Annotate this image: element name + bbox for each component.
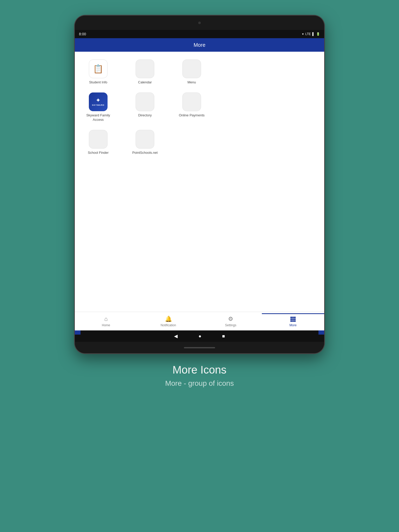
back-button[interactable]: ◀ — [174, 333, 178, 339]
tablet-top-bar — [75, 16, 324, 30]
svg-rect-5 — [294, 318, 296, 320]
more-nav-icon — [290, 316, 296, 322]
app-item-pointschools[interactable]: PointSchools.net — [129, 130, 161, 155]
main-content: Student Info Calendar Menu ✦ — [75, 52, 324, 312]
battery-icon: 🔋 — [316, 32, 320, 36]
nav-item-more[interactable]: More — [262, 313, 324, 329]
svg-rect-7 — [292, 320, 294, 322]
app-header: More — [75, 38, 324, 52]
page-title: More — [194, 42, 205, 48]
svg-rect-4 — [292, 318, 294, 320]
settings-nav-icon: ⚙ — [228, 316, 233, 322]
status-icons: ▾ LTE ▌ 🔋 — [302, 32, 320, 36]
calendar-icon — [136, 59, 154, 78]
online-payments-label: Online Payments — [179, 113, 205, 118]
app-item-skyward[interactable]: ✦ SKYWARD Skyward FamilyAccess — [83, 92, 114, 122]
bottom-nav: ⌂ Home 🔔 Notification ⚙ Settings — [75, 312, 324, 330]
lte-label: LTE — [305, 32, 311, 36]
school-finder-label: School Finder — [88, 151, 109, 155]
app-item-calendar[interactable]: Calendar — [129, 59, 161, 85]
more-nav-label: More — [289, 323, 296, 327]
pointschools-icon — [136, 130, 154, 149]
directory-label: Directory — [138, 113, 152, 118]
notification-nav-icon: 🔔 — [165, 316, 172, 322]
app-item-student-info[interactable]: Student Info — [83, 59, 114, 85]
home-nav-label: Home — [102, 323, 110, 327]
skyward-label: Skyward FamilyAccess — [86, 113, 110, 122]
nav-item-notification[interactable]: 🔔 Notification — [137, 314, 200, 329]
app-item-online-payments[interactable]: Online Payments — [176, 92, 207, 122]
nav-item-home[interactable]: ⌂ Home — [75, 314, 137, 329]
status-bar: 8:00 ▾ LTE ▌ 🔋 — [75, 30, 324, 38]
status-time: 8:00 — [79, 32, 86, 36]
svg-rect-0 — [290, 317, 292, 318]
svg-rect-3 — [290, 318, 292, 320]
menu-label: Menu — [188, 80, 196, 85]
signal-icon: ▌ — [312, 32, 315, 36]
apps-grid: Student Info Calendar Menu ✦ — [83, 57, 316, 158]
online-payments-icon — [182, 92, 201, 111]
camera-dot — [198, 22, 201, 24]
app-item-menu[interactable]: Menu — [176, 59, 207, 85]
app-item-school-finder[interactable]: School Finder — [83, 130, 114, 155]
skyward-icon: ✦ SKYWARD — [89, 92, 108, 111]
wifi-icon: ▾ — [302, 32, 304, 36]
student-icon-inner — [89, 60, 107, 78]
skyward-logo-text: SKYWARD — [92, 104, 104, 106]
caption-subtitle: More - group of icons — [165, 379, 234, 388]
menu-icon — [182, 59, 201, 78]
svg-rect-1 — [292, 317, 294, 318]
student-info-label: Student Info — [89, 80, 107, 85]
tablet-shell: 8:00 ▾ LTE ▌ 🔋 More Student Info — [75, 16, 324, 353]
notification-nav-label: Notification — [161, 323, 176, 327]
directory-icon — [136, 92, 154, 111]
student-info-icon — [89, 59, 108, 78]
pointschools-label: PointSchools.net — [132, 151, 158, 155]
caption-title: More Icons — [165, 364, 234, 376]
caption-area: More Icons More - group of icons — [165, 364, 234, 388]
svg-rect-6 — [290, 320, 292, 322]
home-button[interactable]: ● — [198, 334, 201, 339]
home-nav-icon: ⌂ — [104, 316, 108, 322]
calendar-label: Calendar — [138, 80, 152, 85]
system-nav: ◀ ● ■ — [75, 330, 324, 342]
svg-rect-2 — [294, 317, 296, 318]
svg-rect-8 — [294, 320, 296, 322]
settings-nav-label: Settings — [225, 323, 236, 327]
home-bar-indicator — [184, 347, 215, 348]
skyward-logo-mark: ✦ — [96, 97, 101, 103]
app-item-directory[interactable]: Directory — [129, 92, 161, 122]
school-finder-icon — [89, 130, 108, 149]
skyward-logo: ✦ SKYWARD — [89, 92, 108, 111]
screen: More Student Info Calendar — [75, 38, 324, 342]
tablet-bottom-bar — [75, 342, 324, 353]
recents-button[interactable]: ■ — [222, 334, 225, 339]
nav-item-settings[interactable]: ⚙ Settings — [200, 314, 262, 329]
